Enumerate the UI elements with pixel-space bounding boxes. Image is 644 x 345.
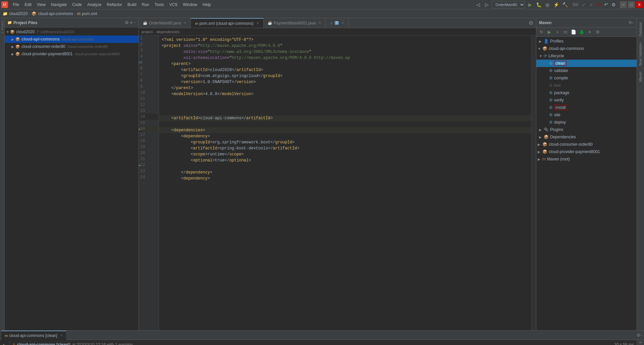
maven-refresh-btn[interactable]: ↻	[538, 28, 545, 36]
tab-close-icon[interactable]: ✕	[318, 21, 321, 25]
tree-item-cloud-provider[interactable]: ▶ 📦 cloud-provider-payment8001 cloud-pro…	[5, 50, 139, 58]
git-arrow-button[interactable]: ↶	[602, 1, 610, 8]
breadcrumb-module[interactable]: cloud-api-commons	[38, 11, 73, 16]
maximize-button[interactable]: □	[628, 1, 635, 8]
project-settings-btn[interactable]: ⚙	[125, 20, 129, 25]
sidebar-bean-label[interactable]: Bean Validation	[638, 40, 643, 68]
menu-window[interactable]: Window	[180, 2, 200, 8]
maven-cloud-provider[interactable]: ▶ 📦 cloud-provider-payment8001	[536, 148, 637, 155]
maven-run-btn[interactable]: ▶	[546, 28, 553, 36]
maven-dependencies[interactable]: ▶ 📦 Dependencies	[536, 133, 637, 141]
maven-plugins[interactable]: ▶ 🔌 Plugins	[536, 126, 637, 133]
editor-settings-btn[interactable]: ⚙	[526, 20, 536, 26]
run-play-btn[interactable]: ▶	[1, 341, 8, 345]
menu-help[interactable]: Help	[200, 2, 214, 8]
tree-item-cloud-consumer[interactable]: ▶ 📦 cloud-consumer-order80 cloud-consume…	[5, 43, 139, 50]
run-close-btn[interactable]: −	[640, 333, 643, 338]
git-settings-button[interactable]: ⚙	[610, 1, 617, 8]
menu-code[interactable]: Code	[69, 2, 85, 8]
menu-analyze[interactable]: Analyze	[85, 2, 104, 8]
gear-icon: ⚙	[549, 61, 553, 66]
maven-close-btn[interactable]: −	[632, 21, 634, 25]
project-gear-btn[interactable]: ≡	[130, 20, 133, 25]
code-line-13	[159, 109, 531, 115]
menu-edit[interactable]: Edit	[22, 2, 34, 8]
run-tab-close-icon[interactable]: ✕	[60, 334, 63, 337]
tab-ordermain80[interactable]: ☕ OrderMain80.java ✕	[139, 18, 191, 28]
maven-doc-btn[interactable]: 📄	[570, 28, 577, 36]
maven-install[interactable]: ⚙ install	[536, 104, 637, 111]
tree-label: cloud2020	[16, 29, 35, 34]
close-button[interactable]: ✕	[636, 1, 643, 8]
menu-navigate[interactable]: Navigate	[48, 2, 69, 8]
tree-item-cloud2020[interactable]: ▼ 📦 cloud2020 F:\JetBrains\cloud2020	[5, 28, 139, 36]
menu-vcs[interactable]: VCS	[167, 2, 180, 8]
maven-deploy[interactable]: ⚙ deploy	[536, 119, 637, 126]
gear-icon: ⚙	[549, 98, 553, 102]
forward-button[interactable]: ▷	[483, 1, 490, 8]
maven-validate[interactable]: ⚙ validate	[536, 67, 637, 74]
maven-settings-btn[interactable]: ⚙	[629, 20, 632, 25]
maven-site[interactable]: ⚙ site	[536, 111, 637, 119]
maven-collapse-btn[interactable]: ≡	[586, 28, 593, 36]
run-tab-cloud-api-commons[interactable]: m cloud-api-commons [clean] ✕	[1, 331, 66, 340]
run-button[interactable]: ▶	[526, 1, 534, 8]
run-wrap-btn[interactable]: ≡	[639, 341, 643, 343]
run-config-select[interactable]: OrderMain80	[492, 1, 525, 8]
menu-view[interactable]: View	[34, 2, 48, 8]
tab-paymentmain[interactable]: ☕ PaymentMain8001.java ✕	[264, 18, 326, 28]
git-label: Git:	[573, 2, 579, 7]
tab-close-icon[interactable]: ✕	[183, 21, 186, 25]
breadcrumb-item-dependencies[interactable]: dependencies	[157, 30, 180, 34]
maven-compile[interactable]: ⚙ compile	[536, 74, 637, 82]
menu-tools[interactable]: Tools	[152, 2, 167, 8]
maven-lifecycle[interactable]: ▼ ⟳ Lifecycle	[536, 52, 637, 60]
maven-plugin-btn[interactable]: m	[562, 28, 569, 36]
maven-settings2-btn[interactable]: ⚙	[594, 28, 601, 36]
run-settings-btn[interactable]: ⚙	[637, 333, 640, 338]
git-x-button[interactable]: ✕	[595, 1, 602, 8]
git-check-button[interactable]: ✓	[580, 1, 588, 8]
breadcrumb-file[interactable]: pom.xml	[82, 11, 97, 16]
editor-area: ☕ OrderMain80.java ✕ m pom.xml (cloud-ap…	[139, 18, 536, 330]
menu-refactor[interactable]: Refactor	[104, 2, 125, 8]
tab-unknown[interactable]: c 7 ✕	[326, 18, 349, 28]
maven-verify[interactable]: ⚙ verify	[536, 96, 637, 104]
menu-build[interactable]: Build	[125, 2, 139, 8]
build-button[interactable]: 🔨	[561, 1, 569, 8]
menu-run[interactable]: Run	[139, 2, 152, 8]
maven-add-btn[interactable]: +	[554, 28, 561, 36]
tab-pomxml[interactable]: m pom.xml (cloud-api-commons) ✕	[191, 18, 264, 28]
maven-test[interactable]: ⚙ test	[536, 82, 637, 89]
breadcrumb-item-project[interactable]: project	[142, 30, 153, 34]
maven-root[interactable]: ▶ m Maven (root)	[536, 155, 637, 163]
code-line-21: <optional>true</optional>	[159, 157, 531, 163]
maven-tree-btn[interactable]: 🌲	[578, 28, 585, 36]
git-check2-button[interactable]: ✓	[588, 1, 595, 8]
sidebar-database-label[interactable]: Database	[638, 19, 643, 39]
maven-cloud-api-commons[interactable]: ▼ 📦 cloud-api-commons	[536, 45, 637, 52]
sidebar-maven-label[interactable]: Maven	[638, 69, 643, 84]
sidebar-project-label[interactable]: 1: Project	[1, 21, 4, 33]
tree-item-cloud-api-commons[interactable]: ▶ 📦 cloud-api-commons cloud-api-commons	[5, 36, 139, 43]
editor-scrollbar[interactable]	[531, 36, 536, 330]
breadcrumb-project[interactable]: cloud2020	[9, 11, 28, 16]
minimize-button[interactable]: ─	[620, 1, 627, 8]
maven-clean[interactable]: ⚙ clean	[536, 60, 637, 67]
maven-cloud-consumer[interactable]: ▶ 📦 cloud-consumer-order80	[536, 141, 637, 148]
tab-close-icon[interactable]: ✕	[256, 21, 259, 25]
code-line-15	[159, 121, 531, 127]
maven-item-label: clean	[554, 61, 567, 66]
profile-button[interactable]: ⚡	[552, 1, 560, 8]
tab-close-icon[interactable]: ✕	[341, 21, 344, 25]
debug-button[interactable]: 🐛	[535, 1, 542, 8]
arrow-icon: ▼	[6, 30, 10, 34]
coverage-button[interactable]: ◎	[544, 1, 551, 8]
menu-file[interactable]: File	[10, 2, 22, 8]
maven-profiles[interactable]: ▶ 👤 Profiles	[536, 38, 637, 45]
maven-package[interactable]: ⚙ package	[536, 89, 637, 96]
code-editor[interactable]: <?xml version="1.0" encoding="UTF-8"?> <…	[159, 36, 531, 330]
back-button[interactable]: ◁	[474, 1, 482, 8]
code-line-3: xmlns:xsi="http://www.w3.org/2001/XMLSch…	[159, 49, 531, 55]
project-close-btn[interactable]: −	[134, 21, 136, 24]
